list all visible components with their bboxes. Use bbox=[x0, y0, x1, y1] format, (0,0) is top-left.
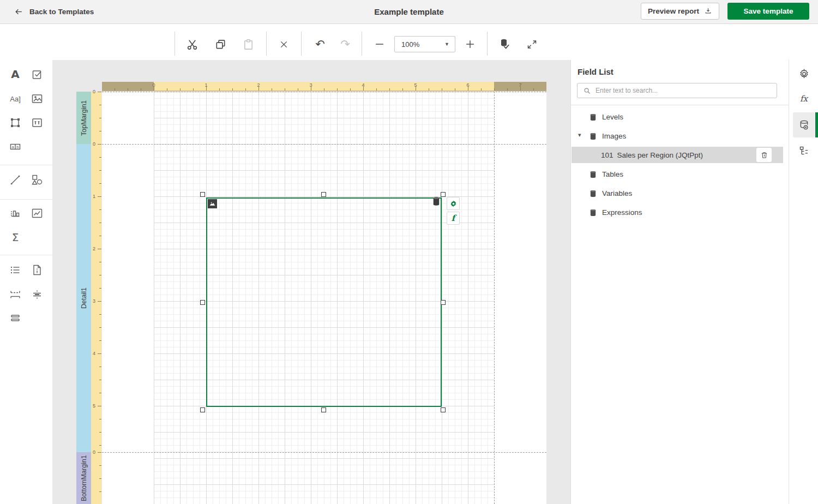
copy-button[interactable] bbox=[210, 34, 231, 55]
settings-rail-button[interactable] bbox=[797, 67, 811, 81]
resize-handle-sw[interactable] bbox=[200, 407, 205, 412]
resize-handle-se[interactable] bbox=[441, 407, 446, 412]
text-tool-button[interactable]: A bbox=[7, 66, 23, 82]
cut-button[interactable] bbox=[182, 34, 202, 55]
ruler-tick bbox=[416, 87, 416, 91]
design-canvas[interactable]: 01234567 00123450 TopMargin1Detail1Botto… bbox=[52, 60, 570, 504]
ruler-tick bbox=[99, 236, 101, 236]
data-source-icon bbox=[432, 196, 440, 206]
resize-handle-nw[interactable] bbox=[200, 192, 205, 197]
ruler-tick bbox=[468, 87, 468, 91]
tree-item-images[interactable]: ▾ Images bbox=[571, 127, 789, 145]
undo-button[interactable]: ↶ bbox=[310, 34, 330, 55]
selected-image-frame[interactable] bbox=[206, 197, 442, 407]
list-tool-button[interactable] bbox=[7, 262, 23, 278]
page-info-tool-button[interactable] bbox=[29, 262, 45, 278]
right-icon-rail: fx bbox=[789, 60, 818, 504]
object-formula-button[interactable]: f bbox=[447, 212, 460, 225]
resize-handle-s[interactable] bbox=[321, 407, 326, 412]
ruler-tick bbox=[99, 157, 101, 158]
search-icon bbox=[583, 87, 591, 95]
page-break-tool-button[interactable] bbox=[7, 286, 23, 303]
resize-handle-ne[interactable] bbox=[441, 192, 446, 197]
functions-rail-button[interactable]: fx bbox=[797, 92, 811, 106]
zoom-out-button[interactable] bbox=[369, 34, 390, 55]
shapes-tool-button[interactable] bbox=[29, 172, 45, 188]
ruler-tick bbox=[99, 419, 101, 419]
ruler-tick bbox=[99, 223, 101, 223]
line-tool-button[interactable] bbox=[7, 172, 23, 188]
ruler-tick bbox=[507, 88, 508, 91]
ruler-tick bbox=[98, 92, 101, 92]
zoom-level-select[interactable]: 100% ▼ bbox=[394, 36, 455, 52]
band-label: TopMargin1 bbox=[76, 92, 91, 144]
formula-icon: f bbox=[452, 213, 455, 223]
svg-text:b: b bbox=[16, 145, 19, 149]
checkbox-tool-button[interactable] bbox=[29, 66, 45, 82]
band-header-Detail1[interactable]: Detail1 bbox=[76, 144, 91, 452]
tree-item-levels[interactable]: Levels bbox=[571, 108, 789, 126]
ruler-tick bbox=[154, 87, 154, 91]
ruler-tick bbox=[429, 88, 429, 91]
formula-tool-button[interactable]: Σ bbox=[7, 229, 23, 245]
preview-report-button[interactable]: Preview report bbox=[641, 3, 719, 20]
ruler-tick bbox=[99, 340, 101, 341]
structure-rail-button[interactable] bbox=[797, 143, 811, 158]
ruler-tick bbox=[99, 183, 101, 184]
frame-tool-button[interactable] bbox=[7, 115, 23, 131]
ruler-tick bbox=[115, 88, 115, 91]
ruler-number: 3 bbox=[93, 298, 95, 304]
database-icon bbox=[590, 209, 597, 217]
ruler-tick bbox=[99, 314, 101, 315]
band-header-TopMargin1[interactable]: TopMargin1 bbox=[76, 92, 91, 144]
bands-tool-button[interactable] bbox=[7, 310, 23, 326]
image-tool-button[interactable] bbox=[29, 91, 45, 107]
ruler-tick bbox=[520, 87, 521, 91]
ruler-number: 2 bbox=[93, 246, 95, 251]
tree-item-selected-image-field[interactable]: 101 Sales per Region (JQtPpt) bbox=[572, 147, 783, 163]
field-tool-button[interactable]: ab bbox=[7, 139, 23, 155]
validate-data-button[interactable] bbox=[494, 34, 515, 55]
search-input[interactable] bbox=[596, 87, 771, 94]
svg-text:a: a bbox=[12, 145, 15, 149]
object-settings-button[interactable] bbox=[447, 197, 460, 210]
tree-item-tables[interactable]: Tables bbox=[571, 165, 789, 183]
band-label: Detail1 bbox=[76, 144, 91, 452]
save-template-button[interactable]: Save template bbox=[727, 3, 809, 20]
zoom-in-button[interactable] bbox=[460, 34, 480, 55]
ruler-tick bbox=[245, 88, 246, 91]
ruler-tick bbox=[389, 88, 390, 91]
resize-handle-e[interactable] bbox=[441, 300, 446, 305]
table-tool-button[interactable] bbox=[29, 115, 45, 131]
ruler-tick bbox=[272, 88, 272, 91]
band-header-BottomMargin1[interactable]: BottomMargin1 bbox=[76, 452, 91, 504]
ruler-number: 0 bbox=[93, 449, 95, 455]
ruler-tick bbox=[455, 88, 455, 91]
sidebar-divider bbox=[0, 255, 52, 255]
delete-field-button[interactable] bbox=[756, 148, 772, 162]
center-band-tool-button[interactable] bbox=[29, 286, 45, 303]
ruler-tick bbox=[232, 88, 233, 91]
field-list-rail-button[interactable] bbox=[793, 112, 815, 137]
fx-icon: fx bbox=[800, 94, 808, 104]
ruler-tick bbox=[99, 105, 101, 105]
line-chart-tool-button[interactable] bbox=[29, 205, 45, 221]
save-template-label: Save template bbox=[744, 7, 793, 15]
resize-handle-w[interactable] bbox=[200, 300, 205, 305]
ruler-tick bbox=[481, 88, 482, 91]
ruler-tick bbox=[285, 88, 285, 91]
tree-item-variables[interactable]: Variables bbox=[571, 184, 789, 202]
bar-chart-tool-button[interactable] bbox=[7, 205, 23, 221]
tree-item-expressions[interactable]: Expressions bbox=[571, 203, 789, 221]
delete-button[interactable] bbox=[273, 34, 294, 55]
resize-handle-n[interactable] bbox=[321, 192, 326, 197]
ruler-tick bbox=[350, 88, 351, 91]
page-top-boundary bbox=[102, 92, 546, 92]
paste-button[interactable] bbox=[238, 34, 258, 55]
fullscreen-button[interactable] bbox=[521, 34, 542, 55]
ruler-number: 0 bbox=[93, 141, 95, 147]
textfield-tool-button[interactable]: Aa] bbox=[7, 91, 23, 107]
caret-down-icon[interactable]: ▾ bbox=[578, 131, 581, 139]
ruler-tick bbox=[376, 88, 377, 91]
redo-button[interactable]: ↷ bbox=[335, 34, 356, 55]
